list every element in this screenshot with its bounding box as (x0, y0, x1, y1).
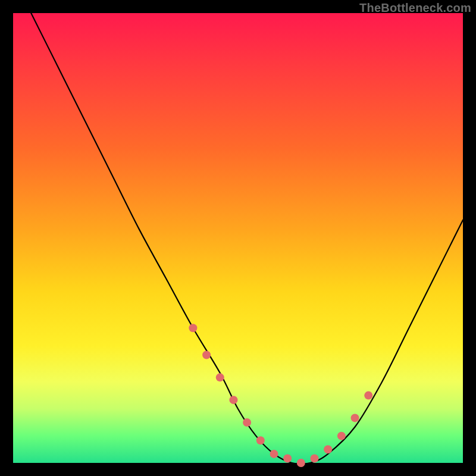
highlight-dot (256, 436, 265, 444)
highlight-dot (351, 414, 359, 422)
plot-area (13, 13, 463, 463)
highlight-dot (283, 454, 292, 462)
highlight-dot (297, 459, 305, 467)
highlight-dot (243, 418, 251, 427)
highlight-dot (189, 324, 197, 332)
curve-layer (13, 13, 463, 463)
watermark-text: TheBottleneck.com (359, 1, 471, 15)
highlight-dots (189, 324, 372, 467)
highlight-dot (202, 351, 211, 359)
highlight-dot (216, 373, 224, 381)
highlight-dot (229, 396, 237, 404)
highlight-dot (311, 454, 319, 462)
highlight-dot (324, 445, 332, 453)
highlight-dot (364, 392, 372, 400)
highlight-dot (270, 450, 278, 458)
bottleneck-curve (31, 13, 463, 464)
chart-frame: TheBottleneck.com (0, 0, 476, 476)
highlight-dot (337, 432, 346, 440)
